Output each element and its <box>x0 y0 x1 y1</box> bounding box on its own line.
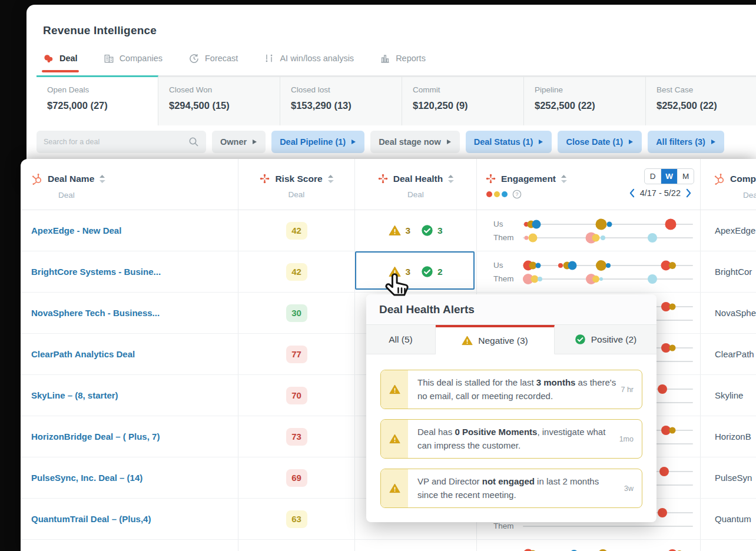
tab-companies[interactable]: Companies <box>104 53 163 64</box>
legend-dot <box>486 191 492 197</box>
filter-chip-label: All filters (3) <box>656 137 705 147</box>
engagement-dot <box>536 263 541 268</box>
popup-tab-all-5-[interactable]: All (5) <box>366 325 436 354</box>
engagement-side-label: Them <box>493 233 523 242</box>
summary-card-label: Closed lost <box>291 85 402 94</box>
period-option-w[interactable]: W <box>661 169 677 184</box>
engagement-dot <box>524 235 528 240</box>
column-subtitle: Deal <box>289 190 305 199</box>
summary-card-pipeline[interactable]: Pipeline$252,500 (22) <box>524 75 646 125</box>
column-header-company[interactable]: Comp Deal <box>701 159 756 210</box>
filter-chip-deal-stage-now[interactable]: Deal stage now <box>370 131 460 153</box>
company-cell: Quantum <box>701 499 756 539</box>
deal-health-cell[interactable]: 32 <box>355 251 477 292</box>
engagement-dot <box>648 274 657 284</box>
engagement-dot <box>606 263 611 268</box>
sort-icon[interactable] <box>327 174 334 184</box>
deal-health-cell[interactable] <box>355 540 477 551</box>
summary-card-commit[interactable]: Commit$120,250 (9) <box>402 75 524 125</box>
alert-card: This deal is stalled for the last 3 mont… <box>380 370 642 409</box>
summary-card-closed-won[interactable]: Closed Won$294,500 (15) <box>158 75 280 125</box>
filter-chip-close-date-1-[interactable]: Close Date (1) <box>558 131 642 153</box>
deal-name-link[interactable]: SkyLine – (8, starter) <box>31 390 118 400</box>
deal-health-cell[interactable]: 33 <box>355 210 477 251</box>
alert-text: Deal has 0 Positive Moments, investigate… <box>408 420 619 458</box>
sort-icon[interactable] <box>99 174 105 184</box>
risk-score-cell <box>238 540 355 551</box>
engagement-dot <box>568 261 576 270</box>
caret-right-icon <box>351 139 356 145</box>
column-title: Risk Score <box>275 174 322 184</box>
engagement-dot <box>595 218 606 230</box>
check-icon <box>575 334 586 345</box>
deal-name-cell: HorizonBridge Deal – ( Plus, 7) <box>21 416 238 457</box>
summary-card-value: $252,500 (22) <box>535 100 645 111</box>
chevron-right-icon[interactable] <box>685 188 692 198</box>
negative-alert-group: 3 <box>389 265 410 278</box>
engagement-dot <box>665 218 677 230</box>
column-title: Comp <box>730 174 756 184</box>
chevron-left-icon[interactable] <box>629 188 635 198</box>
engagement-line <box>523 237 693 238</box>
summary-card-label: Pipeline <box>535 85 645 94</box>
summary-card-closed-lost[interactable]: Closed lost$153,290 (13) <box>280 75 402 125</box>
deal-name-link[interactable]: BrightCore Systems - Busine... <box>31 267 161 277</box>
column-header-risk-score[interactable]: Risk Score Deal <box>238 159 355 210</box>
date-range-label: 4/17 - 5/22 <box>640 188 681 198</box>
deal-name-link[interactable]: ClearPath Analytics Deal <box>31 349 135 359</box>
period-option-m[interactable]: M <box>677 169 694 184</box>
search-input[interactable]: Search for a deal <box>37 131 206 153</box>
engagement-dot <box>538 277 542 281</box>
tab-deal[interactable]: Deal <box>43 53 78 64</box>
risk-score-cell: 63 <box>238 499 355 539</box>
risk-score-badge: 73 <box>286 428 307 446</box>
deal-name-link[interactable]: QuantumTrail Deal – (Plus,4) <box>31 514 151 524</box>
company-cell: NovaSphe <box>701 293 756 333</box>
deal-name-cell: ClearPath Analytics Deal <box>21 334 238 374</box>
tab-ai-win-loss-analysis[interactable]: AI win/loss analysis <box>264 53 354 64</box>
question-icon[interactable]: ? <box>512 190 522 199</box>
deal-name-link[interactable]: PulseSync, Inc. Deal – (14) <box>31 473 142 483</box>
deal-name-cell: SkyLine – (8, starter) <box>21 375 238 416</box>
column-header-engagement[interactable]: Engagement ? DWM 4/17 - 5/22 <box>477 159 701 210</box>
summary-card-best-case[interactable]: Best Case$252,500 (22) <box>646 75 756 125</box>
deal-name-link[interactable]: HorizonBridge Deal – ( Plus, 7) <box>31 431 160 442</box>
filter-chip-label: Owner <box>220 137 247 147</box>
popup-tab-negative-3-[interactable]: Negative (3) <box>436 325 555 354</box>
sort-icon[interactable] <box>561 174 567 184</box>
engagement-dot <box>669 303 676 310</box>
tab-label: Companies <box>120 54 163 63</box>
warning-icon <box>462 335 473 346</box>
alert-age: 3w <box>624 469 642 507</box>
filter-chip-deal-pipeline-1-[interactable]: Deal Pipeline (1) <box>271 131 364 153</box>
gong-icon <box>485 173 496 184</box>
sort-icon[interactable] <box>447 174 454 184</box>
column-header-deal-name[interactable]: Deal Name Deal <box>21 159 238 210</box>
caret-right-icon <box>446 139 452 145</box>
risk-score-badge: 69 <box>286 469 307 487</box>
page-title: Revenue Intelligence <box>43 24 157 37</box>
negative-alert-count: 3 <box>405 267 410 277</box>
popup-tab-positive-2-[interactable]: Positive (2) <box>555 325 656 354</box>
popup-tab-label: All (5) <box>389 334 412 345</box>
summary-card-open-deals[interactable]: Open Deals$725,000 (27) <box>37 75 158 125</box>
warning-icon <box>381 370 408 409</box>
period-option-d[interactable]: D <box>645 169 661 184</box>
tab-forecast[interactable]: Forecast <box>188 53 238 64</box>
deal-name-cell: QuantumTrail Deal – (Plus,4) <box>21 499 238 539</box>
filter-chip-deal-status-1-[interactable]: Deal Status (1) <box>466 131 552 153</box>
engagement-cell: UsThem <box>477 210 701 251</box>
filter-chip-all-filters-3-[interactable]: All filters (3) <box>648 131 724 153</box>
company-cell: PulseSyn <box>701 457 756 498</box>
filter-chip-owner[interactable]: Owner <box>212 131 266 153</box>
legend-dot <box>494 191 500 197</box>
deal-name-link[interactable]: NovaSphere Tech - Business... <box>31 308 160 318</box>
tab-reports[interactable]: Reports <box>380 53 426 64</box>
company-cell: ClearPath <box>701 334 756 374</box>
column-header-deal-health[interactable]: Deal Health Deal <box>355 159 477 210</box>
deal-name-link[interactable]: ApexEdge - New Deal <box>31 225 121 235</box>
popup-tab-label: Positive (2) <box>591 334 637 345</box>
popup-tab-label: Negative (3) <box>478 336 528 346</box>
check-icon <box>421 265 433 278</box>
warning-icon <box>381 469 408 507</box>
